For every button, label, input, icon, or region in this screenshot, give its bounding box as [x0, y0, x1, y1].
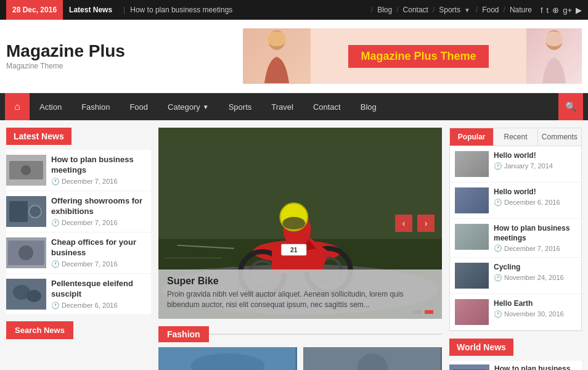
- news-item[interactable]: Cheap offices for your business 🕐 Decemb…: [6, 232, 151, 274]
- dot-1[interactable]: [413, 310, 422, 314]
- left-sidebar: Latest News How to plan business meeting…: [6, 128, 151, 370]
- svg-point-26: [282, 217, 305, 229]
- slider-title: Super Bike: [167, 276, 433, 287]
- popular-item[interactable]: Hello world! 🕐 January 7, 2014: [450, 146, 581, 183]
- popular-item[interactable]: Cycling 🕐 November 24, 2016: [450, 258, 581, 294]
- news-item[interactable]: Pellentesque eleifend suscipit 🕐 Decembe…: [6, 274, 151, 315]
- clock-icon-4: 🕐: [51, 302, 60, 310]
- news-item[interactable]: Offering showrooms for exhibitions 🕐 Dec…: [6, 191, 151, 232]
- news-thumb-3: [6, 237, 46, 268]
- clock-icon: 🕐: [494, 162, 502, 170]
- top-link-blog[interactable]: Blog: [377, 6, 392, 14]
- nav-fashion[interactable]: Fashion: [71, 93, 120, 120]
- header: Magazine Plus Magazine Theme Magazine Pl…: [0, 20, 588, 93]
- popular-title-1: Hello world!: [494, 151, 576, 161]
- svg-text:21: 21: [290, 247, 298, 253]
- popular-thumb-1: [455, 151, 489, 177]
- clock-icon: 🕐: [494, 310, 502, 318]
- nav-contact[interactable]: Contact: [303, 93, 351, 120]
- popular-title-5: Hello Earth: [494, 299, 576, 309]
- popular-item[interactable]: Hello Earth 🕐 November 30, 2016: [450, 294, 581, 331]
- slider-caption: Super Bike Proin gravida nibh vel velit …: [158, 269, 442, 319]
- fashion-thumb-2[interactable]: [303, 347, 442, 370]
- slider-prev-button[interactable]: ‹: [395, 215, 412, 232]
- popular-info-1: Hello world! 🕐 January 7, 2014: [494, 151, 576, 177]
- news-info-3: Cheap offices for your business 🕐 Decemb…: [51, 237, 151, 268]
- world-news-item[interactable]: How to plan business: [449, 361, 582, 370]
- nav-category[interactable]: Category ▼: [158, 93, 219, 120]
- nav-action[interactable]: Action: [30, 93, 71, 120]
- news-thumb-1: [6, 155, 46, 186]
- tab-comments[interactable]: Comments: [538, 128, 581, 146]
- popular-date-2: 🕐 December 6, 2016: [494, 199, 576, 207]
- clock-icon-2: 🕐: [51, 219, 60, 227]
- youtube-icon[interactable]: ▶: [576, 6, 582, 15]
- world-title-1: How to plan business: [494, 364, 582, 370]
- popular-item[interactable]: How to plan business meetings 🕐 December…: [450, 219, 581, 258]
- navigation: ⌂ Action Fashion Food Category ▼ Sports …: [0, 93, 588, 120]
- popular-title-3: How to plan business meetings: [494, 224, 576, 243]
- home-button[interactable]: ⌂: [5, 93, 30, 120]
- main-content: Latest News How to plan business meeting…: [0, 120, 588, 370]
- right-sidebar: Popular Recent Comments Hello world! 🕐 J…: [449, 128, 582, 370]
- news-info-4: Pellentesque eleifend suscipit 🕐 Decembe…: [51, 279, 151, 310]
- svg-rect-38: [449, 364, 489, 370]
- popular-info-3: How to plan business meetings 🕐 December…: [494, 224, 576, 252]
- popular-info-2: Hello world! 🕐 December 6, 2016: [494, 187, 576, 213]
- news-date-1: 🕐 December 7, 2016: [51, 178, 151, 186]
- news-title-2: Offering showrooms for exhibitions: [51, 196, 151, 217]
- banner-center: Magazine Plus Theme: [311, 45, 526, 68]
- popular-thumb-4: [455, 263, 489, 289]
- svg-point-12: [18, 245, 33, 260]
- news-thumb-4: [6, 279, 46, 310]
- banner-text3: Theme: [438, 50, 476, 62]
- popular-info-4: Cycling 🕐 November 24, 2016: [494, 263, 576, 289]
- news-list: How to plan business meetings 🕐 December…: [6, 150, 151, 315]
- top-link-food[interactable]: Food: [482, 6, 499, 14]
- category-arrow: ▼: [203, 104, 209, 110]
- nav-travel[interactable]: Travel: [261, 93, 303, 120]
- top-link-sports[interactable]: Sports: [439, 6, 460, 14]
- top-bar: 28 Dec, 2016 Latest News | How to plan b…: [0, 0, 588, 20]
- top-link-nature[interactable]: Nature: [510, 6, 532, 14]
- fashion-thumb-1[interactable]: [158, 347, 297, 370]
- popular-info-5: Hello Earth 🕐 November 30, 2016: [494, 299, 576, 325]
- popular-date-1: 🕐 January 7, 2014: [494, 162, 576, 170]
- svg-point-15: [27, 290, 41, 302]
- fashion-divider: [209, 334, 442, 335]
- world-news-header: World News: [449, 339, 513, 356]
- slider-dots: [413, 310, 433, 314]
- news-item[interactable]: How to plan business meetings 🕐 December…: [6, 150, 151, 191]
- popular-title-2: Hello world!: [494, 187, 576, 197]
- svg-point-3: [544, 31, 564, 46]
- nav-food[interactable]: Food: [120, 93, 158, 120]
- news-date-2: 🕐 December 7, 2016: [51, 219, 151, 227]
- nav-sports[interactable]: Sports: [219, 93, 262, 120]
- twitter-icon[interactable]: t: [547, 6, 549, 15]
- svg-rect-8: [9, 201, 28, 222]
- tab-recent[interactable]: Recent: [494, 128, 537, 146]
- world-thumb-1: [449, 364, 489, 370]
- center-content: 21 ‹ › Super Bike Proin gravida nibh vel…: [158, 128, 442, 370]
- slider-next-button[interactable]: ›: [417, 215, 435, 232]
- logo: Magazine Plus Magazine Theme: [6, 42, 243, 71]
- popular-item[interactable]: Hello world! 🕐 December 6, 2016: [450, 183, 581, 219]
- slider: 21 ‹ › Super Bike Proin gravida nibh vel…: [158, 128, 442, 319]
- nav-search-button[interactable]: 🔍: [558, 93, 583, 120]
- clock-icon-1: 🕐: [51, 178, 60, 186]
- banner-left-image: [243, 28, 311, 84]
- rss-icon[interactable]: ⊕: [552, 6, 559, 15]
- popular-thumb-5: [455, 299, 489, 325]
- googleplus-icon[interactable]: g+: [563, 6, 572, 15]
- popular-thumb-3: [455, 224, 489, 250]
- top-link-contact[interactable]: Contact: [403, 6, 428, 14]
- search-news-button[interactable]: Search News: [6, 321, 73, 339]
- clock-icon: 🕐: [494, 199, 502, 207]
- facebook-icon[interactable]: f: [541, 6, 543, 15]
- nav-blog[interactable]: Blog: [351, 93, 386, 120]
- news-info-2: Offering showrooms for exhibitions 🕐 Dec…: [51, 196, 151, 227]
- popular-date-4: 🕐 November 24, 2016: [494, 274, 576, 282]
- fashion-thumbnails: [158, 347, 442, 370]
- tab-popular[interactable]: Popular: [450, 128, 494, 146]
- dot-2[interactable]: [425, 310, 433, 314]
